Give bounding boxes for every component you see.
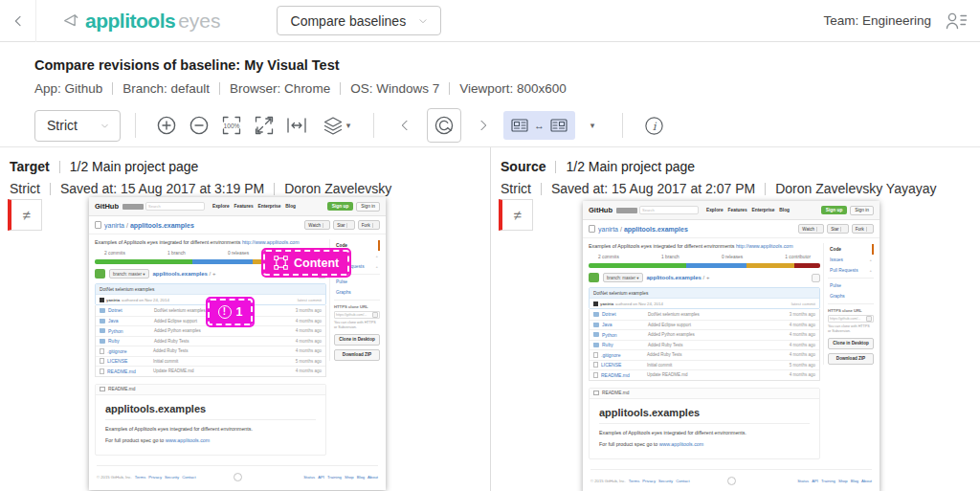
target-thumbnail-wrap: GitHub Search ExploreFeaturesEnterpriseB… xyxy=(89,197,386,490)
zoom-100-button[interactable]: 100% xyxy=(218,112,245,139)
meta-app: App: Github xyxy=(34,81,102,96)
source-thumbnail-wrap: GitHub Search ExploreFeaturesEnterpriseB… xyxy=(583,201,880,491)
thumb-signin-button: Sign in xyxy=(850,206,874,215)
caret-down-icon: ▾ xyxy=(590,121,595,130)
previous-diff-button[interactable] xyxy=(391,112,418,139)
mismatch-indicator-button[interactable]: ≠ xyxy=(8,199,42,231)
layout-right-icon xyxy=(549,117,568,134)
chevron-right-icon xyxy=(476,117,491,134)
target-panel-subtitle: Strict Saved at: 15 Aug 2017 at 3:19 PM … xyxy=(0,174,490,196)
thumb-file-row: JavaAdded Eclipse support4 months ago xyxy=(590,320,819,330)
arrow-both-icon: ↔ xyxy=(534,120,545,131)
diff-navigation-icon xyxy=(433,114,456,137)
layers-icon xyxy=(322,114,345,137)
region-label: Content xyxy=(294,257,339,270)
repo-icon xyxy=(95,221,101,229)
not-equal-icon: ≠ xyxy=(513,207,521,223)
brand-name: applitools xyxy=(85,10,175,33)
thumb-repo-scope xyxy=(616,208,637,213)
not-equal-icon: ≠ xyxy=(22,207,30,223)
baseline-meta: App: Github Branch: default Browser: Chr… xyxy=(34,81,980,96)
fit-screen-icon xyxy=(253,114,276,137)
source-panel-title: Source 1/2 Main project page xyxy=(491,147,980,174)
fit-width-icon xyxy=(284,114,309,137)
chevron-left-icon xyxy=(397,117,412,134)
github-mark-icon xyxy=(727,477,736,485)
info-button[interactable]: i xyxy=(640,112,667,139)
match-level-dropdown[interactable]: Strict xyxy=(34,110,121,142)
mismatch-indicator-button[interactable]: ≠ xyxy=(499,199,533,231)
thumb-file-row: RubyAdded Ruby Tests4 months ago xyxy=(96,336,325,346)
thumb-language-bar xyxy=(589,263,820,268)
thumb-file-row: DotnetDotNet selenium examples3 months a… xyxy=(590,309,819,320)
layers-button[interactable]: ▾ xyxy=(316,112,356,139)
compare-baselines-label: Compare baselines xyxy=(291,13,407,29)
toolbar: Strict 100% ▾ xyxy=(0,104,980,147)
meta-branch: Branch: default xyxy=(122,81,210,96)
meta-os: OS: Windows 7 xyxy=(350,81,439,96)
product-name: eyes xyxy=(178,10,220,33)
zoom-in-button[interactable] xyxy=(153,112,180,139)
content-region-annotation[interactable]: Content xyxy=(263,250,349,276)
zoom-in-icon xyxy=(155,114,178,137)
thumb-signup-button: Sign up xyxy=(327,202,354,211)
panel-author: Doron Zavelevsky xyxy=(284,181,391,196)
user-icon xyxy=(944,10,969,33)
thumb-sidebar: Code Issues+ Pull Requests+ Pulse Graphs… xyxy=(823,243,875,365)
comparison-area: Target 1/2 Main project page Strict Save… xyxy=(0,147,980,491)
source-panel: Source 1/2 Main project page Strict Save… xyxy=(490,147,980,491)
user-menu-button[interactable] xyxy=(944,10,969,33)
zoom-100-icon: 100% xyxy=(220,114,243,137)
applitools-logo[interactable]: applitools eyes xyxy=(61,10,221,33)
baseline-header: Compare revisions of baseline: My Visual… xyxy=(0,42,980,96)
repo-icon xyxy=(589,225,595,233)
source-screenshot[interactable]: GitHub Search ExploreFeaturesEnterpriseB… xyxy=(583,201,880,491)
view-mode-dropdown-button[interactable]: ▾ xyxy=(578,112,605,139)
fit-screen-button[interactable] xyxy=(251,112,278,139)
compare-baselines-dropdown[interactable]: Compare baselines xyxy=(277,6,442,35)
layout-left-icon xyxy=(510,117,529,134)
panel-step-title: 1/2 Main project page xyxy=(566,159,695,174)
next-diff-button[interactable] xyxy=(470,112,497,139)
fit-width-button[interactable] xyxy=(283,112,310,139)
caret-down-icon: ▾ xyxy=(346,121,351,130)
exclamation-icon: ! xyxy=(218,305,232,319)
chevron-left-icon xyxy=(11,13,26,29)
panel-saved-at: Saved at: 15 Aug 2017 at 2:07 PM xyxy=(551,181,755,196)
thumb-file-row: PythonAdded Python examples4 months ago xyxy=(590,329,819,340)
thumb-file-list: DotnetDotNet selenium examples3 months a… xyxy=(589,309,820,381)
thumb-file-row: .gitignoreAdded Ruby Tests4 months ago xyxy=(96,346,325,356)
thumb-github-header: GitHub Search ExploreFeaturesEnterpriseB… xyxy=(89,197,386,216)
thumb-repo-bar: yanirta / applitools.examples Watch Star… xyxy=(583,220,880,238)
meta-browser: Browser: Chrome xyxy=(230,81,330,96)
chevron-down-icon xyxy=(417,15,429,27)
thumb-file-row: RubyAdded Ruby Tests4 months ago xyxy=(590,340,819,350)
thumb-repo-bar: yanirta / applitools.examples Watch Star… xyxy=(89,216,386,234)
svg-text:100%: 100% xyxy=(224,123,240,129)
thumb-file-row: README.mdUpdate README.md4 months ago xyxy=(590,369,819,380)
thumb-file-row: LICENSEInitial commit5 months ago xyxy=(590,360,819,370)
meta-viewport: Viewport: 800x600 xyxy=(459,81,567,96)
github-mark-icon xyxy=(234,473,242,481)
panel-saved-at: Saved at: 15 Aug 2017 at 3:19 PM xyxy=(60,181,264,196)
team-label: Team: Engineering xyxy=(823,13,931,28)
target-screenshot[interactable]: GitHub Search ExploreFeaturesEnterpriseB… xyxy=(89,197,386,490)
diff-navigation-button[interactable] xyxy=(427,108,461,143)
thumb-readme: README.md applitools.examples Examples o… xyxy=(95,384,326,456)
info-icon: i xyxy=(643,115,665,137)
thumb-signin-button: Sign in xyxy=(356,202,380,212)
thumb-readme: README.md applitools.examples Examples o… xyxy=(589,388,820,459)
thumb-search-box: Search xyxy=(639,206,699,214)
thumb-file-row: PythonAdded Python examples4 months ago xyxy=(96,325,325,336)
thumb-search-box: Search xyxy=(145,202,205,211)
diff-count: 1 xyxy=(236,305,243,319)
panel-step-title: 1/2 Main project page xyxy=(70,159,199,174)
back-button[interactable] xyxy=(0,0,36,42)
match-level-value: Strict xyxy=(47,118,78,133)
thumb-signup-button: Sign up xyxy=(821,206,848,214)
page-title: Compare revisions of baseline: My Visual… xyxy=(34,57,980,73)
diff-count-badge[interactable]: ! 1 xyxy=(208,299,253,325)
thumb-repo-scope xyxy=(122,204,144,210)
side-by-side-view-toggle[interactable]: ↔ xyxy=(503,111,575,140)
zoom-out-button[interactable] xyxy=(186,112,212,139)
